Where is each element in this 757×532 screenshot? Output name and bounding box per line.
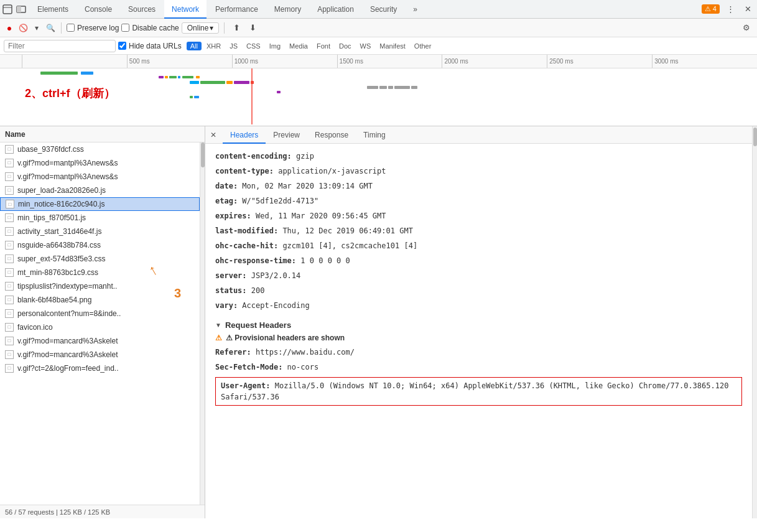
close-icon[interactable]: ✕ bbox=[741, 2, 755, 16]
filter-js[interactable]: JS bbox=[226, 42, 241, 50]
network-toolbar: ● 🚫 ▾ 🔍 Preserve log Disable cache Onlin… bbox=[0, 19, 757, 37]
headers-tab-timing[interactable]: Timing bbox=[356, 126, 393, 144]
file-item-6[interactable]: □ activity_start_31d46e4f.js bbox=[0, 225, 200, 238]
download-icon[interactable]: ⬇ bbox=[246, 21, 259, 35]
headers-tab-headers[interactable]: Headers bbox=[223, 126, 266, 144]
header-val-6: gzcm101 [4], cs2cmcache101 [4] bbox=[282, 241, 417, 250]
header-key-7: ohc-response-time: bbox=[215, 256, 296, 265]
tab-application[interactable]: Application bbox=[310, 0, 361, 19]
file-name-13: favicon.ico bbox=[17, 323, 53, 332]
tab-more[interactable]: » bbox=[406, 0, 425, 19]
file-name-15: v.gif?mod=mancard%3Askelet bbox=[17, 350, 118, 359]
file-item-16[interactable]: □ v.gif?ct=2&logFrom=feed_ind.. bbox=[0, 362, 200, 375]
preserve-log-label[interactable]: Preserve log bbox=[67, 24, 119, 32]
filter-font[interactable]: Font bbox=[313, 42, 334, 50]
svg-rect-12 bbox=[190, 81, 199, 84]
file-icon-11: □ bbox=[5, 296, 14, 304]
file-name-10: tipspluslist?indextype=manht.. bbox=[17, 282, 117, 291]
devtools-icon bbox=[2, 4, 12, 14]
file-name-11: blank-6bf48bae54.png bbox=[17, 296, 91, 304]
hide-data-urls-label[interactable]: Hide data URLs bbox=[118, 42, 182, 50]
file-icon-3: □ bbox=[5, 186, 14, 195]
svg-rect-19 bbox=[379, 86, 387, 89]
header-val-7: 1 0 0 0 0 0 bbox=[300, 256, 350, 265]
preserve-log-text: Preserve log bbox=[77, 24, 119, 32]
file-item-2[interactable]: □ v.gif?mod=mantpl%3Anews&s bbox=[0, 170, 200, 184]
file-list-scrollbar[interactable] bbox=[200, 142, 205, 505]
filter-all[interactable]: All bbox=[187, 42, 202, 50]
tab-security[interactable]: Security bbox=[363, 0, 404, 19]
disable-cache-checkbox[interactable] bbox=[121, 24, 129, 32]
online-dropdown[interactable]: Online ▾ bbox=[182, 22, 220, 34]
file-icon-15: □ bbox=[5, 350, 14, 359]
file-item-1[interactable]: □ v.gif?mod=mantpl%3Anews&s bbox=[0, 156, 200, 170]
file-item-0[interactable]: □ ubase_9376fdcf.css bbox=[0, 142, 200, 156]
request-header-referer: Referer: https://www.baidu.com/ bbox=[215, 345, 742, 360]
header-row-4: expires: Wed, 11 Mar 2020 09:56:45 GMT bbox=[215, 208, 742, 223]
search-icon[interactable]: 🔍 bbox=[45, 22, 56, 34]
tab-network[interactable]: Network bbox=[164, 0, 207, 19]
record-button[interactable]: ● bbox=[4, 22, 15, 34]
tab-memory[interactable]: Memory bbox=[267, 0, 309, 19]
file-icon-0: □ bbox=[5, 145, 14, 154]
header-key-4: expires: bbox=[215, 212, 251, 220]
filter-img[interactable]: Img bbox=[266, 42, 284, 50]
ruler-tick-5: 2500 ms bbox=[547, 55, 652, 68]
filter-xhr[interactable]: XHR bbox=[203, 42, 225, 50]
file-icon-9: □ bbox=[5, 268, 14, 277]
preserve-log-checkbox[interactable] bbox=[67, 24, 75, 32]
filter-ws[interactable]: WS bbox=[356, 42, 375, 50]
file-item-11[interactable]: □ blank-6bf48bae54.png bbox=[0, 293, 200, 307]
upload-icon[interactable]: ⬆ bbox=[230, 21, 243, 35]
headers-tab-response[interactable]: Response bbox=[307, 126, 356, 144]
filter-input[interactable] bbox=[4, 40, 116, 52]
filter-doc[interactable]: Doc bbox=[335, 42, 355, 50]
filter-css[interactable]: CSS bbox=[243, 42, 264, 50]
file-item-10[interactable]: □ tipspluslist?indextype=manht.. bbox=[0, 279, 200, 293]
filter-bar: Hide data URLs All XHR JS CSS Img Media … bbox=[0, 37, 757, 55]
settings-icon[interactable]: ⚙ bbox=[740, 21, 753, 35]
headers-panel-scroll-thumb[interactable] bbox=[753, 128, 757, 146]
header-key-5: last-modified: bbox=[215, 226, 278, 235]
header-key-6: ohc-cache-hit: bbox=[215, 241, 278, 250]
filter-other[interactable]: Other bbox=[411, 42, 435, 50]
file-item-15[interactable]: □ v.gif?mod=mancard%3Askelet bbox=[0, 348, 200, 362]
file-item-12[interactable]: □ personalcontent?num=8&inde.. bbox=[0, 307, 200, 320]
disable-cache-label[interactable]: Disable cache bbox=[121, 24, 179, 32]
stop-button[interactable]: 🚫 bbox=[17, 22, 29, 34]
file-item-9[interactable]: □ mt_min-88763bc1c9.css bbox=[0, 266, 200, 279]
file-name-4: min_notice-816c20c940.js bbox=[18, 200, 104, 208]
filter-media[interactable]: Media bbox=[286, 42, 312, 50]
request-header-sec-fetch: Sec-Fetch-Mode: no-cors bbox=[215, 360, 742, 375]
headers-tab-preview[interactable]: Preview bbox=[266, 126, 307, 144]
warning-badge[interactable]: ⚠ 4 bbox=[702, 4, 720, 14]
filter-manifest[interactable]: Manifest bbox=[376, 42, 409, 50]
filter-type-buttons: All XHR JS CSS Img Media Font Doc WS Man… bbox=[187, 42, 435, 50]
ruler-tick-3: 1500 ms bbox=[337, 55, 442, 68]
menu-icon[interactable]: ⋮ bbox=[723, 2, 737, 16]
header-row-1: content-type: application/x-javascript bbox=[215, 164, 742, 179]
header-key-8: server: bbox=[215, 271, 247, 280]
tab-console[interactable]: Console bbox=[77, 0, 119, 19]
svg-rect-15 bbox=[234, 81, 249, 84]
tab-elements[interactable]: Elements bbox=[30, 0, 76, 19]
file-item-5[interactable]: □ min_tips_f870f501.js bbox=[0, 211, 200, 225]
file-item-13[interactable]: □ favicon.ico bbox=[0, 320, 200, 334]
filter-icon[interactable]: ▾ bbox=[31, 22, 42, 34]
file-item-7[interactable]: □ nsguide-a66438b784.css bbox=[0, 238, 200, 252]
tab-sources[interactable]: Sources bbox=[121, 0, 163, 19]
devtools-dock-icon[interactable] bbox=[16, 4, 26, 14]
file-item-4[interactable]: □ min_notice-816c20c940.js bbox=[0, 197, 200, 211]
file-item-8[interactable]: □ super_ext-574d83f5e3.css bbox=[0, 252, 200, 266]
file-name-2: v.gif?mod=mantpl%3Anews&s bbox=[17, 172, 118, 181]
tab-performance[interactable]: Performance bbox=[208, 0, 266, 19]
hide-data-urls-checkbox[interactable] bbox=[118, 42, 126, 50]
file-item-14[interactable]: □ v.gif?mod=mancard%3Askelet bbox=[0, 334, 200, 348]
file-list-header: Name bbox=[0, 126, 205, 142]
close-panel-button[interactable]: ✕ bbox=[208, 129, 219, 141]
file-list-scroll-thumb[interactable] bbox=[201, 142, 205, 167]
file-item-3[interactable]: □ super_load-2aa20826e0.js bbox=[0, 184, 200, 197]
file-name-16: v.gif?ct=2&logFrom=feed_ind.. bbox=[17, 364, 119, 373]
file-icon-8: □ bbox=[5, 254, 14, 263]
headers-panel-scrollbar[interactable] bbox=[752, 126, 757, 518]
